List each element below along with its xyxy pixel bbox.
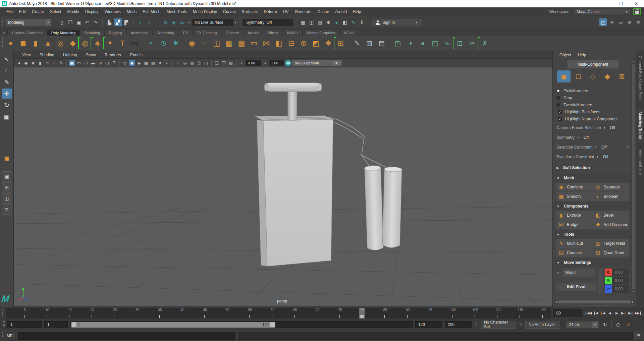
timeline-ruler[interactable]: 80 5101520253035404550556065707580859095… (6, 308, 551, 319)
render-setup-icon[interactable]: ◧ (341, 18, 349, 26)
snap-to-projected-center-icon[interactable]: ⊙ (162, 18, 169, 26)
scale-tool[interactable]: ▣ (2, 111, 12, 121)
menu-item[interactable]: Mesh Tools (164, 9, 190, 14)
workspace-selector[interactable]: Maya Classic ▼ (574, 8, 631, 15)
chevron-down-icon[interactable]: ▾ (187, 21, 191, 24)
scroll-left-icon[interactable]: ◀ (555, 300, 557, 303)
bookmark-icon[interactable]: ▮ (37, 60, 43, 66)
wireframe-on-shaded-icon[interactable]: ◈ (136, 60, 142, 66)
menu-item[interactable]: Edit Mesh (140, 9, 163, 14)
toggle-modeling-toolkit-icon[interactable]: ◳ (599, 18, 607, 26)
snap-to-view-planes-icon[interactable]: ▭ (178, 18, 186, 26)
edge-mode-icon[interactable]: ◇ (586, 70, 600, 82)
menu-item[interactable]: Display (82, 9, 101, 14)
menu-set-selector[interactable]: Modeling (5, 19, 45, 26)
contrast-field[interactable]: 1.00 (269, 60, 284, 66)
smooth-icon[interactable]: ▩ (236, 38, 247, 49)
shelf-tab[interactable]: FX Caching (192, 30, 221, 36)
checkbox-row[interactable]: ✓ Highlight Backfaces (558, 108, 629, 115)
detonator-box[interactable] (255, 116, 333, 266)
gamma-selector[interactable]: sRGB gamma ▼ (292, 60, 342, 66)
minimize-button[interactable]: — (598, 0, 613, 7)
menu-item[interactable]: Deform (261, 9, 280, 14)
animation-end-field[interactable]: 200 (445, 321, 472, 328)
poly-super-ellipse-icon[interactable]: ✦ (104, 38, 116, 49)
layout-single-pane[interactable]: ▣ (2, 171, 11, 181)
shelf-tab[interactable]: Sculpting (80, 30, 104, 36)
uv-editor-icon[interactable]: ⊡ (454, 38, 466, 49)
pan-zoom-2d-icon[interactable]: ✛ (51, 60, 57, 66)
viewport-menu-item[interactable]: Lighting (59, 53, 82, 57)
sidebar-tab[interactable]: Attribute Editor (638, 148, 643, 177)
viewport-menu-item[interactable]: View (18, 53, 35, 57)
tools-section-header[interactable]: ▼ Tools (555, 230, 633, 238)
poly-sphere-icon[interactable]: ● (5, 38, 16, 49)
remesh-icon[interactable]: ⊞ (335, 38, 346, 49)
step-back-frame-button[interactable]: ❙◀ (592, 309, 599, 317)
use-default-material-icon[interactable]: ▨ (150, 60, 156, 66)
axis-value-field[interactable]: 0.00 (612, 269, 629, 276)
axis-value-field[interactable]: 0.00 (612, 285, 629, 293)
playback-loop-icon[interactable]: ↻ (601, 321, 609, 328)
toolkit-button[interactable]: ◎ Separate (593, 183, 630, 191)
select-hierarchy-icon[interactable]: ▙ (106, 18, 113, 26)
poly-platonic-solid-icon[interactable]: ◈ (92, 38, 103, 49)
character-set-selector[interactable]: No Character Set (481, 321, 516, 329)
menu-item[interactable]: Mesh Display (190, 9, 220, 14)
viewport-menu-item[interactable]: Renderer (100, 53, 126, 57)
vertex-mode-icon[interactable]: □ (572, 70, 585, 82)
smooth-shade-icon[interactable]: ◆ (129, 60, 135, 66)
image-plane-icon[interactable]: ▱ (44, 60, 50, 66)
viewport-menu-item[interactable]: Show (82, 53, 100, 57)
xray-icon[interactable]: ▧ (228, 60, 234, 66)
grid-icon[interactable]: ▦ (69, 60, 75, 66)
layout-two-pane[interactable]: ◫ (2, 193, 11, 204)
shelf-tab[interactable]: MASH (283, 30, 303, 36)
triangulate-icon[interactable]: ◩ (310, 38, 322, 49)
menu-item[interactable]: UV (280, 9, 292, 14)
cut-sew-uv-tool-icon[interactable]: ✗ (479, 38, 490, 49)
make-live-icon[interactable]: ◈ (170, 18, 178, 26)
edit-pivot-button[interactable]: Edit Pivot (556, 283, 596, 291)
menu-item[interactable]: Generate (291, 9, 314, 14)
components-section-header[interactable]: ▼ Components (555, 202, 633, 210)
toolkit-button[interactable]: ▤ Connect (556, 248, 593, 257)
horizontal-scrollbar[interactable]: ◀ ▶ (554, 300, 635, 304)
shelf-tab[interactable]: FX (179, 30, 193, 36)
cylindrical-uv-icon[interactable]: ◑ (405, 38, 416, 49)
grease-pencil-icon[interactable]: ✎ (58, 60, 64, 66)
maximize-button[interactable]: ❐ (613, 0, 629, 7)
toolkit-button[interactable]: ▥ Target Weld (593, 239, 630, 248)
snap-to-points-icon[interactable]: ∙ (153, 18, 161, 26)
separate-icon[interactable]: ◌ (199, 38, 210, 49)
auto-keyframe-icon[interactable]: ➚ (625, 321, 632, 328)
lasso-tool[interactable]: ◌ (2, 66, 12, 76)
panel-resize-grip[interactable]: ···························· (553, 304, 636, 307)
toolkit-button[interactable]: ▦ Smooth (556, 192, 593, 201)
menu-item[interactable]: Help (350, 9, 364, 14)
face-mode-icon[interactable]: ◆ (601, 70, 614, 82)
poly-disc-icon[interactable]: ◍ (79, 38, 91, 49)
playback-start-field[interactable]: 1 (44, 321, 68, 328)
animation-start-field[interactable]: 1 (7, 321, 42, 328)
viewport-menu-item[interactable]: Panels (126, 53, 147, 57)
shelf-tab[interactable]: Rigging (104, 30, 126, 36)
toolkit-button[interactable]: ⊞ Quad Draw (593, 248, 630, 257)
anim-layer-selector[interactable]: No Anim Layer (525, 321, 560, 329)
shelf-tab[interactable]: XGen (339, 30, 358, 36)
cut-uv-icon[interactable]: ✂ (467, 38, 478, 49)
fog-icon[interactable]: ▒ (196, 60, 202, 66)
exposure-icon[interactable]: ◖ (238, 60, 245, 66)
mesh-section-header[interactable]: ▼ Mesh (555, 174, 633, 182)
shelf-menu-icon[interactable]: ≡ (1, 31, 7, 36)
menu-item[interactable]: Edit (16, 9, 29, 14)
step-forward-key-button[interactable]: ▶❙ (620, 309, 627, 317)
chevron-down-icon[interactable]: ▾ (234, 21, 237, 24)
symmetry-field[interactable]: Symmetry: Off (243, 19, 293, 26)
snap-to-curves-icon[interactable]: ∩ (145, 18, 153, 26)
shelf-tab[interactable]: Bifrost (263, 30, 283, 36)
freeze-transform-icon[interactable]: ✻ (170, 38, 181, 49)
drag-grip[interactable] (2, 18, 4, 27)
menu-item[interactable]: Windows (101, 9, 124, 14)
offset-edge-loop-icon[interactable]: ▤ (376, 38, 387, 49)
